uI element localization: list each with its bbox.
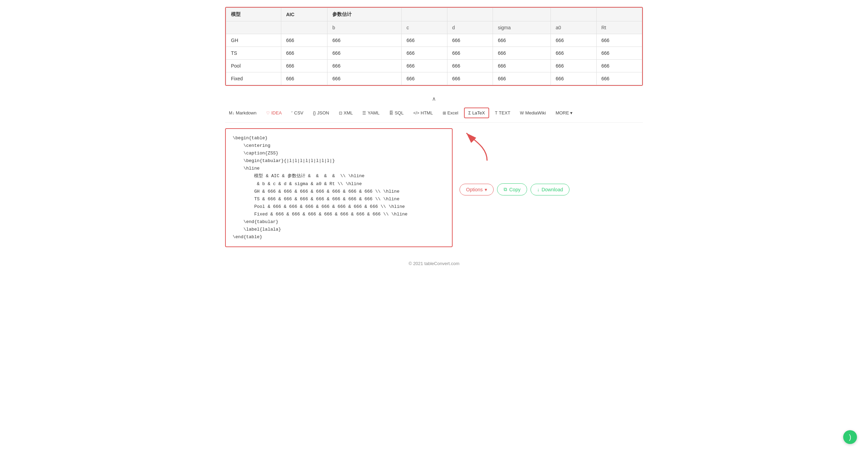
col-header-params: 参数估计: [327, 8, 402, 21]
col-header-empty4: [551, 8, 596, 21]
cell-3-3: 666: [402, 72, 447, 85]
copy-icon: ⧉: [504, 186, 507, 192]
tab-json[interactable]: {}JSON: [309, 108, 333, 118]
subheader-c: c: [402, 21, 447, 34]
cell-0-6: 666: [551, 34, 596, 47]
tab-yaml[interactable]: ☰YAML: [359, 108, 383, 118]
cell-3-5: 666: [493, 72, 551, 85]
footer-text: © 2021 tableConvert.com: [408, 261, 460, 266]
cell-0-5: 666: [493, 34, 551, 47]
cell-1-5: 666: [493, 47, 551, 60]
cell-1-7: 666: [596, 47, 642, 60]
options-label: Options: [466, 187, 483, 192]
cell-3-6: 666: [551, 72, 596, 85]
cell-1-4: 666: [447, 47, 493, 60]
help-button[interactable]: ): [843, 430, 857, 444]
tab-label-html: HTML: [421, 110, 433, 115]
col-header-model: 模型: [226, 8, 281, 21]
arrow-icon: [460, 130, 501, 164]
table-row: TS666666666666666666666: [226, 47, 642, 60]
col-header-empty2: [447, 8, 493, 21]
table-row: Pool666666666666666666666: [226, 60, 642, 72]
data-table: 模型 AIC 参数估计 b c d sigma a0: [226, 8, 642, 85]
cell-1-0: TS: [226, 47, 281, 60]
subheader-sigma: sigma: [493, 21, 551, 34]
cell-0-0: GH: [226, 34, 281, 47]
table-header-row-1: 模型 AIC 参数估计: [226, 8, 642, 21]
cell-0-4: 666: [447, 34, 493, 47]
cell-0-1: 666: [281, 34, 327, 47]
tab-icon-html: </>: [413, 111, 419, 115]
output-section: \begin{table} \centering \caption{ZSS} \…: [225, 128, 643, 247]
collapse-button[interactable]: ∧: [225, 93, 643, 105]
tab-sql[interactable]: 🗄SQL: [385, 108, 407, 118]
tab-idea[interactable]: ♡IDEA: [262, 108, 285, 118]
tab-label-sql: SQL: [395, 110, 404, 115]
tab-csv[interactable]: ʼCSV: [287, 108, 307, 118]
tab-more[interactable]: MORE ▾: [552, 108, 577, 118]
tab-icon-markdown: M↓: [229, 111, 234, 115]
cell-2-2: 666: [327, 60, 402, 72]
subheader-empty2: [281, 21, 327, 34]
tab-icon-sql: 🗄: [389, 111, 393, 115]
download-button[interactable]: ↓ Download: [531, 184, 569, 195]
tab-text[interactable]: TTEXT: [491, 108, 514, 118]
col-header-empty1: [402, 8, 447, 21]
subheader-d: d: [447, 21, 493, 34]
table-row: GH666666666666666666666: [226, 34, 642, 47]
tab-icon-text: T: [495, 111, 497, 115]
cell-3-0: Fixed: [226, 72, 281, 85]
tab-excel[interactable]: ⊞Excel: [439, 108, 462, 118]
tab-label-xml: XML: [344, 110, 353, 115]
footer: © 2021 tableConvert.com: [225, 261, 643, 266]
table-row: Fixed666666666666666666666: [226, 72, 642, 85]
tab-latex[interactable]: ΣLaTeX: [464, 108, 489, 118]
tab-xml[interactable]: ⊡XML: [335, 108, 357, 118]
cell-3-4: 666: [447, 72, 493, 85]
tab-label-idea: IDEA: [271, 110, 282, 115]
tab-markdown[interactable]: M↓Markdown: [225, 108, 260, 118]
table-section: 模型 AIC 参数估计 b c d sigma a0: [225, 7, 643, 86]
tab-mediawiki[interactable]: WMediaWiki: [516, 108, 549, 118]
latex-code-box[interactable]: \begin{table} \centering \caption{ZSS} \…: [225, 128, 453, 247]
tab-label-markdown: Markdown: [236, 110, 256, 115]
copy-button[interactable]: ⧉ Copy: [497, 183, 527, 195]
collapse-icon: ∧: [432, 96, 436, 102]
tab-label-yaml: YAML: [367, 110, 379, 115]
tab-label-mediawiki: MediaWiki: [525, 110, 546, 115]
tab-label-text: TEXT: [499, 110, 510, 115]
tab-icon-csv: ʼ: [291, 111, 293, 115]
tab-bar: M↓Markdown♡IDEAʼCSV{}JSON⊡XML☰YAML🗄SQL</…: [225, 105, 643, 123]
cell-0-3: 666: [402, 34, 447, 47]
arrow-annotation: [460, 130, 528, 164]
cell-2-0: Pool: [226, 60, 281, 72]
cell-2-3: 666: [402, 60, 447, 72]
cell-2-6: 666: [551, 60, 596, 72]
tab-label-excel: Excel: [447, 110, 458, 115]
download-icon: ↓: [537, 187, 539, 192]
cell-3-2: 666: [327, 72, 402, 85]
cell-1-6: 666: [551, 47, 596, 60]
cell-1-3: 666: [402, 47, 447, 60]
tab-label-json: JSON: [317, 110, 329, 115]
cell-3-1: 666: [281, 72, 327, 85]
tab-icon-idea: ♡: [266, 111, 270, 115]
cell-0-7: 666: [596, 34, 642, 47]
tab-icon-json: {}: [313, 111, 316, 115]
tab-html[interactable]: </>HTML: [410, 108, 437, 118]
cell-2-7: 666: [596, 60, 642, 72]
tab-icon-xml: ⊡: [339, 111, 342, 115]
subheader-a0: a0: [551, 21, 596, 34]
cell-2-5: 666: [493, 60, 551, 72]
action-buttons: Options ▾ ⧉ Copy ↓ Download: [460, 183, 569, 195]
cell-1-1: 666: [281, 47, 327, 60]
cell-3-7: 666: [596, 72, 642, 85]
options-button[interactable]: Options ▾: [460, 184, 494, 195]
cell-1-2: 666: [327, 47, 402, 60]
action-panel: Options ▾ ⧉ Copy ↓ Download: [460, 128, 643, 195]
tab-label-more: MORE ▾: [556, 110, 573, 115]
copy-label: Copy: [509, 187, 521, 192]
col-header-aic: AIC: [281, 8, 327, 21]
tab-icon-excel: ⊞: [443, 111, 446, 115]
tab-label-latex: LaTeX: [472, 110, 485, 115]
